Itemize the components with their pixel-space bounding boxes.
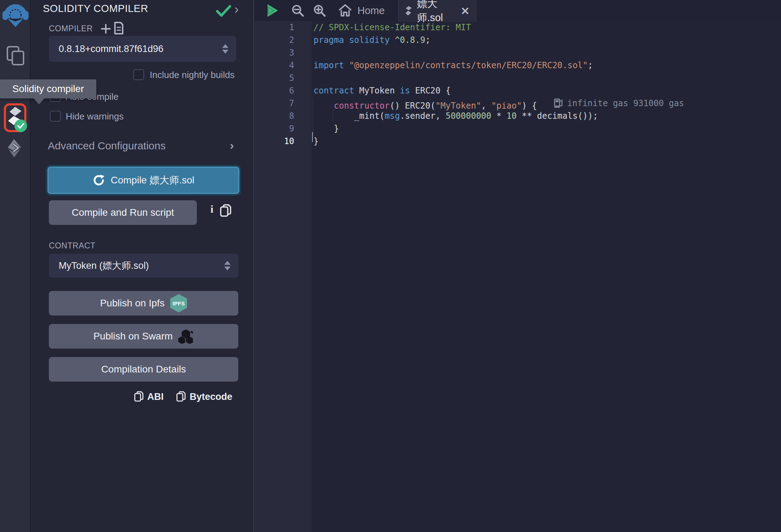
code-line: 6contract MyToken is ERC20 {: [255, 84, 781, 97]
code-text: [294, 46, 314, 59]
nightly-builds-checkbox[interactable]: [133, 69, 144, 80]
code-text: pragma solidity ^0.8.9;: [294, 34, 430, 46]
line-number: 9: [255, 122, 294, 135]
line-number: 4: [255, 59, 294, 72]
compile-button[interactable]: Compile 嫖大师.sol: [47, 167, 239, 194]
tab-active-file[interactable]: 嫖大师.sol ✕: [398, 0, 476, 22]
zoom-out-icon[interactable]: [291, 4, 304, 17]
copy-icon: [176, 391, 186, 403]
code-text: contract MyToken is ERC20 {: [294, 84, 451, 97]
run-script-icon[interactable]: [266, 4, 279, 18]
code-text: // SPDX-License-Identifier: MIT: [294, 21, 471, 34]
code-line: 5: [255, 72, 781, 84]
compilation-details-label: Compilation Details: [101, 364, 186, 375]
gas-estimate-annotation: infinite gas 931000 gas: [554, 97, 684, 110]
code-text: constructor() ERC20("MyToken", "piao") {…: [294, 97, 684, 110]
editor-area: Home 嫖大师.sol ✕ 1// SPDX-License-Identifi…: [255, 0, 781, 532]
add-compiler-icon[interactable]: [100, 23, 111, 34]
select-arrows-icon: [222, 44, 228, 54]
advanced-expand-chevron-icon[interactable]: ›: [230, 138, 234, 152]
solidity-file-icon: [405, 5, 412, 17]
compiler-config-file-icon[interactable]: [114, 21, 124, 35]
publish-swarm-label: Publish on Swarm: [93, 331, 173, 342]
panel-title: SOLIDITY COMPILER: [43, 3, 148, 14]
code-line: 2pragma solidity ^0.8.9;: [255, 34, 781, 46]
indent-guide: [333, 110, 333, 122]
zoom-in-icon[interactable]: [313, 4, 326, 17]
contract-section-label: CONTRACT: [49, 241, 96, 251]
publish-swarm-button[interactable]: Publish on Swarm: [49, 324, 238, 349]
swarm-icon: [178, 329, 194, 344]
compilation-details-button[interactable]: Compilation Details: [49, 357, 238, 382]
tab-home[interactable]: Home: [336, 0, 387, 21]
compile-and-run-label: Compile and Run script: [72, 207, 174, 218]
solidity-compiler-activity-icon[interactable]: [4, 103, 26, 132]
copy-script-icon[interactable]: [220, 204, 232, 218]
publish-ipfs-label: Publish on Ipfs: [100, 298, 165, 309]
code-line: 7 constructor() ERC20("MyToken", "piao")…: [255, 97, 781, 110]
hide-warnings-checkbox[interactable]: [50, 111, 61, 122]
copy-abi-button[interactable]: ABI: [134, 391, 164, 403]
code-text: [294, 72, 314, 84]
code-line: 3: [255, 46, 781, 59]
line-number: 7: [255, 97, 294, 110]
compiler-section-label: COMPILER: [49, 24, 93, 33]
compile-and-run-button[interactable]: Compile and Run script: [49, 200, 197, 225]
compile-success-badge: [14, 119, 27, 132]
home-icon: [338, 4, 352, 17]
tooltip-text: Solidity compiler: [12, 83, 84, 95]
editor-tabbar: Home 嫖大师.sol ✕: [255, 0, 781, 21]
line-number: 8: [255, 110, 294, 122]
contract-select[interactable]: MyToken (嫖大师.sol): [49, 254, 238, 278]
line-number: 1: [255, 21, 294, 34]
copy-bytecode-button[interactable]: Bytecode: [176, 391, 232, 403]
line-number: 6: [255, 84, 294, 97]
line-number: 2: [255, 34, 294, 46]
file-explorer-icon[interactable]: [6, 46, 25, 66]
compiled-check-icon: [216, 5, 231, 17]
copy-icon: [134, 391, 144, 403]
tooltip-arrow: [34, 98, 44, 104]
publish-ipfs-button[interactable]: Publish on Ipfs IPFS: [49, 291, 238, 316]
line-number: 10: [255, 135, 294, 148]
code-line: 4import "@openzeppelin/contracts/token/E…: [255, 59, 781, 72]
advanced-configurations-label[interactable]: Advanced Configurations: [48, 140, 166, 152]
nightly-builds-label: Include nightly builds: [150, 70, 234, 80]
hide-warnings-label: Hide warnings: [66, 111, 124, 122]
home-tab-label: Home: [357, 5, 385, 17]
code-lines[interactable]: 1// SPDX-License-Identifier: MIT2pragma …: [255, 21, 781, 148]
text-cursor: [312, 132, 313, 142]
code-text: }: [294, 122, 339, 135]
code-line: 1// SPDX-License-Identifier: MIT: [255, 21, 781, 34]
contract-select-value: MyToken (嫖大师.sol): [59, 259, 149, 272]
line-number: 3: [255, 46, 294, 59]
code-line: 10}: [255, 135, 781, 148]
compiler-version-value: 0.8.18+commit.87f61d96: [59, 44, 163, 54]
select-arrows-icon: [224, 261, 231, 271]
compiler-version-select[interactable]: 0.8.18+commit.87f61d96: [49, 36, 236, 62]
gas-estimate-icon: [554, 98, 563, 109]
code-text: import "@openzeppelin/contracts/token/ER…: [294, 59, 593, 72]
line-number: 5: [255, 72, 294, 84]
copy-artifacts-row: ABI Bytecode: [134, 391, 232, 403]
panel-collapse-chevron-icon[interactable]: ›: [234, 2, 239, 17]
info-icon[interactable]: i: [205, 203, 219, 221]
remix-logo-icon[interactable]: [2, 2, 29, 29]
close-tab-icon[interactable]: ✕: [461, 5, 470, 17]
indent-guide: [313, 97, 313, 135]
abi-label: ABI: [147, 391, 164, 402]
tooltip-solidity-compiler: Solidity compiler: [0, 79, 96, 98]
code-line: 9 }: [255, 122, 781, 135]
code-line: 8 _mint(msg.sender, 500000000 * 10 ** de…: [255, 110, 781, 122]
compile-button-label: Compile 嫖大师.sol: [111, 174, 194, 187]
code-text: _mint(msg.sender, 500000000 * 10 ** deci…: [294, 110, 598, 122]
ipfs-icon: IPFS: [170, 294, 187, 312]
bytecode-label: Bytecode: [189, 391, 232, 402]
deploy-run-icon[interactable]: [6, 138, 25, 158]
code-text: }: [294, 135, 318, 148]
refresh-icon: [92, 174, 105, 187]
